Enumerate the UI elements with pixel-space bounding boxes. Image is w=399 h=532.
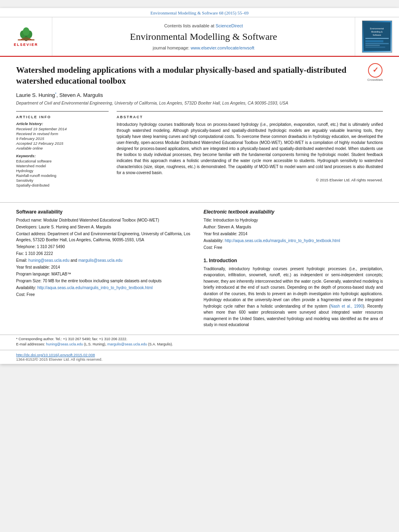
sw-availability-url[interactable]: http://aqua.seas.ucla.edu/margulis_intro… — [37, 286, 153, 290]
sw-telephone: Telephone: 1 310 267 5490 — [16, 244, 195, 250]
svg-rect-11 — [365, 40, 383, 42]
sw-email2-link[interactable]: margulis@seas.ucla.edu — [78, 258, 123, 263]
doi-anchor[interactable]: http://dx.doi.org/10.1016/j.envsoft.2015… — [16, 353, 95, 357]
email-footnote: E-mail addresses: huning@seas.ucla.edu (… — [16, 342, 383, 347]
et-title: Title: Introduction to Hydrology — [204, 217, 383, 223]
cover-svg: Environmental Modelling & Software — [364, 21, 391, 53]
sw-size: Program Size: 70 MB for the entire toolb… — [16, 278, 195, 284]
page: Environmental Modelling & Software 68 (2… — [0, 8, 399, 364]
elsevier-logo-container: ELSEVIER — [0, 17, 52, 56]
keyword-2: Watershed model — [16, 164, 109, 168]
affiliation-line: Department of Civil and Environmental En… — [16, 101, 383, 105]
nash-ref-link[interactable]: Nash et al., 1990 — [331, 304, 363, 308]
svg-rect-12 — [365, 43, 389, 44]
svg-rect-14 — [365, 47, 385, 48]
sw-email: Email: huning@seas.ucla.edu and margulis… — [16, 257, 195, 263]
keywords-label: Keywords: — [16, 154, 109, 158]
available-online: Available online — [16, 146, 109, 150]
abstract-col: ABSTRACT Introductory hydrology courses … — [117, 111, 383, 188]
footnote-section: * Corresponding author. Tel.: +1 310 267… — [0, 335, 399, 350]
journal-citation: Environmental Modelling & Software 68 (2… — [150, 10, 249, 15]
sw-year: Year first available: 2014 — [16, 264, 195, 270]
electronic-heading: Electronic textbook availability — [204, 209, 383, 215]
journal-info-center: Contents lists available at ScienceDirec… — [52, 17, 355, 56]
sw-availability-label: Availability: — [16, 286, 36, 290]
journal-cover-container: Environmental Modelling & Software — [355, 17, 399, 56]
svg-rect-6 — [364, 22, 391, 51]
introduction-heading: 1. Introduction — [204, 258, 383, 263]
copyright-line: © 2015 Elsevier Ltd. All rights reserved… — [117, 177, 383, 183]
sw-contact: Contact address: Department of Civil and… — [16, 231, 195, 243]
contents-text: Contents lists available at — [164, 23, 214, 28]
revised-label: Received in revised form — [16, 131, 109, 136]
et-cost: Cost: Free — [204, 244, 383, 251]
keywords-section: Keywords: Educational software Watershed… — [16, 154, 109, 187]
footnote-email1-link[interactable]: huning@seas.ucla.edu — [46, 342, 83, 346]
svg-text:✓: ✓ — [372, 66, 378, 74]
crossmark-badge: ✓ CrossMark — [367, 63, 383, 82]
homepage-line: journal homepage: www.elsevier.com/locat… — [153, 45, 255, 50]
svg-text:Modelling &: Modelling & — [371, 31, 383, 33]
received-date: Received 19 September 2014 — [16, 127, 109, 131]
sw-email1-link[interactable]: huning@seas.ucla.edu — [29, 258, 70, 263]
article-title: Watershed modeling applications with a m… — [16, 65, 383, 87]
et-author: Author: Steven A. Margulis — [204, 224, 383, 230]
sw-availability: Availability: http://aqua.seas.ucla.edu/… — [16, 285, 195, 291]
elsevier-text: ELSEVIER — [14, 43, 38, 47]
abstract-paragraph: Introductory hydrology courses tradition… — [117, 121, 383, 176]
svg-text:Environmental: Environmental — [370, 27, 384, 30]
footnote-email2-note: (S.A. Margulis). — [148, 342, 173, 346]
svg-rect-13 — [365, 45, 380, 46]
doi-link: http://dx.doi.org/10.1016/j.envsoft.2015… — [16, 353, 383, 357]
homepage-label: journal homepage: — [153, 45, 189, 50]
accepted-date: Accepted 12 February 2015 — [16, 141, 109, 146]
homepage-url[interactable]: www.elsevier.com/locate/envsoft — [191, 45, 254, 50]
svg-rect-10 — [365, 38, 389, 39]
email-footnote-label: E-mail addresses: — [16, 342, 45, 346]
journal-citation-bar: Environmental Modelling & Software 68 (2… — [0, 8, 399, 17]
bottom-bar: http://dx.doi.org/10.1016/j.envsoft.2015… — [0, 350, 399, 364]
section-divider-1 — [0, 202, 399, 203]
sw-email-and: and — [70, 258, 77, 263]
authors-line: Laurie S. Huning*, Steven A. Margulis — [16, 92, 383, 98]
article-info-label: ARTICLE INFO — [16, 115, 109, 119]
sw-cost: Cost: Free — [16, 292, 195, 298]
article-info-col: ARTICLE INFO Article history: Received 1… — [16, 111, 109, 188]
elsevier-tree-icon — [14, 27, 38, 42]
contents-available-line: Contents lists available at ScienceDirec… — [164, 23, 243, 28]
author-names: Laurie S. Huning*, Steven A. Margulis — [16, 92, 103, 98]
main-content: ✓ CrossMark Watershed modeling applicati… — [0, 57, 399, 196]
info-abstract-section: ARTICLE INFO Article history: Received 1… — [16, 111, 383, 188]
et-availability: Availability: http://aqua.seas.ucla.edu/… — [204, 238, 383, 244]
intro-paragraph: Traditionally, introductory hydrology co… — [204, 267, 383, 327]
article-history: Article history: Received 19 September 2… — [16, 121, 109, 150]
keyword-6: Spatially-distributed — [16, 183, 109, 187]
sw-email-label: Email: — [16, 258, 27, 263]
sw-fax: Fax: 1 310 206 2222 — [16, 251, 195, 257]
software-heading: Software availability — [16, 209, 195, 215]
sw-developers: Developers: Laurie S. Huning and Steven … — [16, 224, 195, 230]
revised-date: 9 February 2015 — [16, 136, 109, 141]
svg-text:Software: Software — [373, 34, 381, 36]
sw-language: Program language: MATLAB™ — [16, 271, 195, 277]
journal-cover-image: Environmental Modelling & Software — [362, 21, 392, 53]
history-label: Article history: — [16, 121, 109, 126]
title-area: ✓ CrossMark Watershed modeling applicati… — [16, 65, 383, 87]
lower-section: Software availability Product name: Modu… — [0, 209, 399, 328]
keyword-3: Hydrology — [16, 168, 109, 173]
introduction-text: Traditionally, introductory hydrology co… — [204, 266, 383, 328]
footnote-email2-link[interactable]: margulis@seas.ucla.edu — [107, 342, 147, 346]
svg-rect-5 — [18, 39, 34, 41]
keywords-list: Educational software Watershed model Hyd… — [16, 159, 109, 187]
svg-point-4 — [23, 27, 29, 36]
corresponding-text: * Corresponding author. Tel.: +1 310 267… — [16, 337, 128, 341]
science-direct-link[interactable]: ScienceDirect — [216, 23, 243, 28]
journal-header: ELSEVIER Contents lists available at Sci… — [0, 17, 399, 57]
keyword-4: Rainfall-runoff modeling — [16, 173, 109, 178]
electronic-textbook: Electronic textbook availability Title: … — [204, 209, 383, 328]
sw-product-name: Product name: Modular Distributed Waters… — [16, 217, 195, 223]
keyword-5: Sensitivity — [16, 178, 109, 183]
crossmark-icon: ✓ — [368, 63, 383, 78]
et-availability-url[interactable]: http://aqua.seas.ucla.edu/margulis_intro… — [225, 238, 340, 243]
abstract-text: Introductory hydrology courses tradition… — [117, 121, 383, 183]
